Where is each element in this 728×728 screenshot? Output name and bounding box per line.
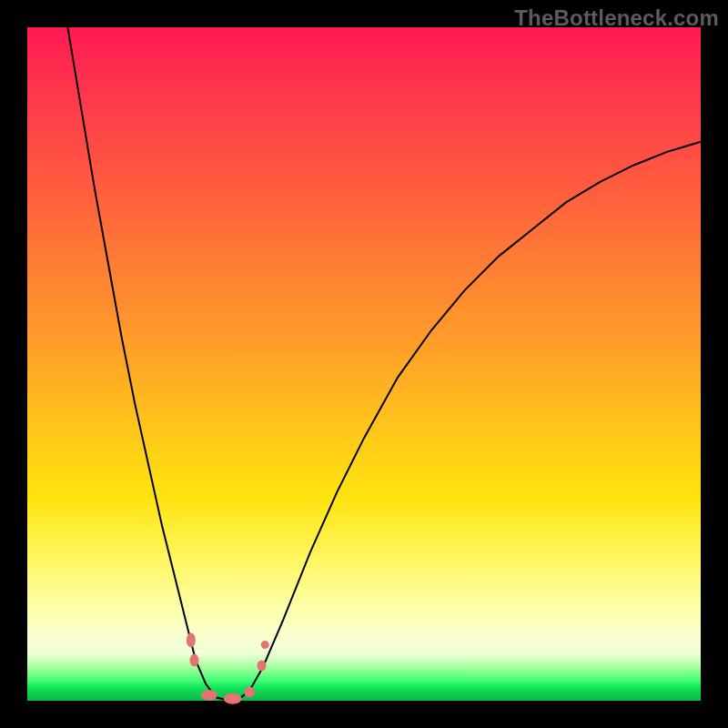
curve-marker — [244, 686, 255, 697]
curve-marker — [261, 641, 269, 649]
curve-marker — [258, 661, 267, 672]
curve-marker — [187, 632, 196, 647]
curve-marker — [190, 654, 199, 667]
chart-stage: TheBottleneck.com — [0, 0, 728, 728]
curve-marker — [201, 690, 217, 701]
plot-overlay-svg — [27, 27, 701, 701]
curve-marker — [224, 693, 242, 704]
bottleneck-curve — [67, 27, 701, 701]
